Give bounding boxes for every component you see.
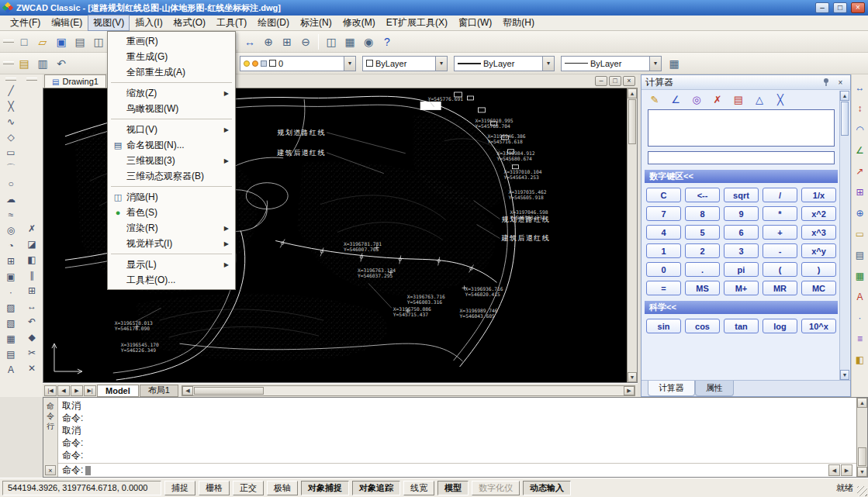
scroll-track[interactable] xyxy=(840,136,849,370)
dim-angular-icon[interactable]: ∠ xyxy=(853,143,866,157)
toolbar-grip[interactable] xyxy=(5,78,16,81)
construction-line-icon[interactable]: ╳ xyxy=(3,98,19,114)
layer-states-icon[interactable]: ▥ xyxy=(34,55,51,72)
scroll-thumb[interactable] xyxy=(194,387,264,395)
triangle-icon[interactable]: △ xyxy=(752,91,767,107)
menu-file[interactable]: 文件(F) xyxy=(5,15,46,31)
polyline-icon[interactable]: ∿ xyxy=(3,114,19,129)
new-icon[interactable]: □ xyxy=(16,33,33,50)
scroll-right-icon[interactable]: ▶ xyxy=(624,386,635,395)
properties-icon[interactable]: ◧ xyxy=(853,353,866,366)
menu-item-toolbars[interactable]: 工具栏(O)... xyxy=(109,272,233,288)
calc-key[interactable]: * xyxy=(763,206,797,221)
clear-display-icon[interactable]: ✗ xyxy=(710,91,725,107)
menu-item-3d-views[interactable]: 三维视图(3)▶ xyxy=(109,153,233,168)
calc-key[interactable]: cos xyxy=(685,319,720,333)
calc-key[interactable]: x^2 xyxy=(801,206,836,221)
calc-key[interactable]: / xyxy=(763,188,797,202)
calc-key[interactable]: MS xyxy=(685,281,720,295)
menu-item-aerial-view[interactable]: 鸟瞰视图(W) xyxy=(109,101,233,116)
table-style-icon[interactable]: ▦ xyxy=(853,269,866,282)
scroll-thumb[interactable] xyxy=(858,447,866,466)
menu-item-redraw[interactable]: 重画(R) xyxy=(109,33,233,49)
draw-order-icon[interactable]: ▦ xyxy=(666,55,683,72)
command-history[interactable]: 取消 命令: 取消 命令: 命令: xyxy=(58,398,856,463)
menu-item-viewports[interactable]: 视口(V)▶ xyxy=(109,122,233,137)
tab-next-icon[interactable]: ▶ xyxy=(71,385,83,396)
measure-angle-icon[interactable]: ∠ xyxy=(668,91,683,107)
save-icon[interactable]: ▣ xyxy=(53,33,70,50)
menu-view[interactable]: 视图(V) xyxy=(88,15,130,31)
toolbar-grip[interactable] xyxy=(3,40,14,43)
ellipse-icon[interactable]: ◎ xyxy=(3,223,19,238)
tab-layout1[interactable]: 布局1 xyxy=(140,385,178,397)
scroll-thumb[interactable] xyxy=(628,99,636,144)
circle-icon[interactable]: ○ xyxy=(3,176,19,192)
linetype-dropdown[interactable]: ByLayer ▾ xyxy=(454,56,555,71)
scroll-left-icon[interactable]: ◀ xyxy=(182,386,193,395)
zoom-realtime-icon[interactable]: ⊕ xyxy=(260,33,277,50)
menu-format[interactable]: 格式(O) xyxy=(168,15,211,31)
menu-window[interactable]: 窗口(W) xyxy=(453,15,497,31)
table-icon[interactable]: ▤ xyxy=(3,347,19,362)
calc-key[interactable]: 1/x xyxy=(801,188,836,202)
calc-key[interactable]: 4 xyxy=(646,225,681,240)
zoom-window-icon[interactable]: ⊞ xyxy=(278,33,296,50)
scale-icon[interactable]: ◆ xyxy=(24,330,40,345)
mirror-icon[interactable]: ◧ xyxy=(24,252,40,267)
insert-block-icon[interactable]: ⊞ xyxy=(3,254,19,269)
menu-item-shade[interactable]: ●着色(S) xyxy=(109,205,233,220)
menu-item-visual-styles[interactable]: 视觉样式(I)▶ xyxy=(109,236,233,251)
move-icon[interactable]: ↔ xyxy=(24,299,40,314)
menu-edit[interactable]: 编辑(E) xyxy=(46,15,88,31)
calc-key[interactable]: + xyxy=(763,225,797,240)
ellipse-arc-icon[interactable]: ◔ xyxy=(3,238,19,254)
scroll-up-icon[interactable]: ▲ xyxy=(628,88,637,98)
dim-linear-icon[interactable]: ↔ xyxy=(853,81,866,94)
toggle-grid[interactable]: 栅格 xyxy=(199,481,230,495)
tab-properties[interactable]: 属性 xyxy=(695,381,734,396)
scroll-down-icon[interactable]: ▼ xyxy=(628,372,637,382)
scroll-up-icon[interactable]: ▲ xyxy=(857,398,867,408)
palette-close-icon[interactable]: × xyxy=(835,77,846,88)
maximize-button[interactable]: □ xyxy=(833,2,847,13)
menu-item-render[interactable]: 渲染(R)▶ xyxy=(109,220,233,236)
tab-prev-icon[interactable]: ◀ xyxy=(57,385,70,396)
resize-grip[interactable] xyxy=(857,486,867,496)
calc-key[interactable]: 0 xyxy=(646,262,681,277)
point-style-icon[interactable]: ∙ xyxy=(853,311,866,324)
revision-cloud-icon[interactable]: ☁ xyxy=(3,192,19,207)
calc-key[interactable]: MR xyxy=(763,281,797,295)
tab-calculator[interactable]: 计算器 xyxy=(648,381,695,396)
dim-leader-icon[interactable]: ↗ xyxy=(853,164,866,178)
pan-icon[interactable]: ↔ xyxy=(241,33,258,50)
toggle-dynamic-input[interactable]: 动态输入 xyxy=(523,481,571,495)
calc-key[interactable]: 10^x xyxy=(801,319,836,333)
keypad-section-header[interactable]: 数字键区<< xyxy=(645,170,838,183)
calc-key[interactable]: 1 xyxy=(646,243,681,258)
calc-key[interactable]: . xyxy=(685,262,720,277)
calc-key[interactable]: 8 xyxy=(685,206,720,221)
toggle-otrack[interactable]: 对象追踪 xyxy=(352,481,400,495)
menu-dimension[interactable]: 标注(N) xyxy=(295,15,337,31)
make-block-icon[interactable]: ▣ xyxy=(3,269,19,285)
toggle-polar[interactable]: 极轴 xyxy=(267,481,298,495)
minimize-button[interactable]: – xyxy=(815,2,829,13)
drawing-tab[interactable]: ▤ Drawing1 xyxy=(44,74,106,88)
scroll-track[interactable] xyxy=(857,408,867,447)
menu-modify[interactable]: 修改(M) xyxy=(337,15,381,31)
rotate-icon[interactable]: ↶ xyxy=(24,314,40,330)
copy-object-icon[interactable]: ◪ xyxy=(24,236,40,252)
canvas-horizontal-scrollbar[interactable]: ◀ ▶ xyxy=(182,385,635,396)
erase-icon[interactable]: ✗ xyxy=(24,221,40,236)
menu-item-regen[interactable]: 重生成(G) xyxy=(109,49,233,64)
calc-key[interactable]: MC xyxy=(801,281,836,295)
dropdown-arrow-icon[interactable]: ▾ xyxy=(542,57,554,71)
doc-minimize-button[interactable]: – xyxy=(595,76,607,86)
color-dropdown[interactable]: ByLayer ▾ xyxy=(362,56,448,71)
tab-last-icon[interactable]: ▶| xyxy=(84,385,96,396)
calc-key[interactable]: 5 xyxy=(685,225,720,240)
named-views-icon[interactable]: ▦ xyxy=(341,33,358,50)
arc-icon[interactable]: ⌒ xyxy=(3,160,19,176)
menu-draw[interactable]: 绘图(D) xyxy=(252,15,295,31)
